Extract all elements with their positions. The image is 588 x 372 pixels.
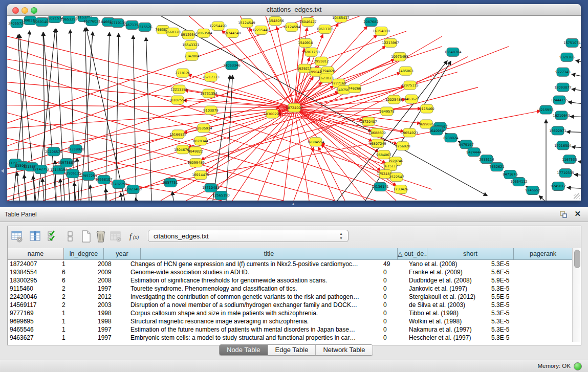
graph-edge[interactable] <box>574 174 581 175</box>
graph-node[interactable]: 17957253 <box>80 172 97 181</box>
graph-edge[interactable] <box>568 102 581 103</box>
table-cell[interactable]: 9463627 <box>8 334 60 342</box>
graph-node[interactable]: 18107554 <box>169 96 186 104</box>
table-cell[interactable]: Genome-wide association studies in ADHD. <box>128 268 381 276</box>
tab-network-table[interactable]: Network Table <box>316 345 372 355</box>
graph-node[interactable]: 18731354 <box>200 89 217 98</box>
graph-node[interactable]: 9660128 <box>165 28 180 36</box>
table-cell[interactable]: 1 <box>60 260 96 268</box>
graph-edge[interactable] <box>570 117 581 117</box>
table-row[interactable]: 1830029562008Estimation of significance … <box>8 276 573 285</box>
graph-node[interactable]: 10025488 <box>385 95 403 104</box>
graph-node[interactable]: 9245652 <box>525 186 540 195</box>
table-cell[interactable]: Wolkin et al. (1998) <box>407 317 489 325</box>
graph-node[interactable]: 16210643 <box>553 111 570 120</box>
graph-node[interactable]: 10688609 <box>368 128 386 137</box>
graph-edge[interactable] <box>580 47 581 48</box>
graph-edge[interactable] <box>7 36 294 108</box>
graph-node[interactable]: 8215955 <box>538 105 553 114</box>
table-cell[interactable]: 2008 <box>96 260 128 268</box>
table-cell[interactable]: 9115460 <box>8 285 60 293</box>
table-cell[interactable]: 0 <box>381 317 407 325</box>
graph-edge[interactable] <box>294 108 421 109</box>
table-cell[interactable]: 0 <box>381 301 407 309</box>
delete-table-icon[interactable] <box>95 230 107 243</box>
table-cell[interactable]: 2 <box>60 285 96 293</box>
table-cell[interactable]: 49 <box>381 260 407 268</box>
table-cell[interactable]: 1 <box>60 317 96 325</box>
graph-node[interactable]: 1540910 <box>298 38 313 47</box>
memory-status-led[interactable] <box>574 362 582 370</box>
table-row[interactable]: 977716911998Corpus callosum shape and si… <box>8 309 573 317</box>
network-canvas[interactable]: 1872400718300295193845542206350412254490… <box>7 16 581 201</box>
graph-node[interactable]: 9329366 <box>559 53 574 61</box>
column-header-year[interactable]: year <box>104 248 141 260</box>
table-cell[interactable]: Stergiakouli et al. (2012) <box>407 293 489 301</box>
table-cell[interactable]: Disruption of a novel member of a sodium… <box>128 301 381 309</box>
table-cell[interactable]: 14569117 <box>8 301 60 309</box>
table-cell[interactable]: 1998 <box>96 309 128 317</box>
graph-node[interactable]: 16543321 <box>182 40 200 49</box>
graph-node[interactable]: 746266 <box>348 84 361 93</box>
table-settings-icon[interactable] <box>11 230 23 243</box>
rows-icon[interactable] <box>64 230 76 243</box>
table-vertical-scrollbar[interactable] <box>572 248 581 342</box>
table-cell[interactable]: Yano et al. (2008) <box>407 260 489 268</box>
graph-node[interactable]: 26717123 <box>202 73 220 81</box>
graph-node[interactable]: 2342004 <box>184 52 199 60</box>
graph-node[interactable]: 12565190 <box>212 191 230 200</box>
graph-edge[interactable] <box>207 108 294 201</box>
graph-node[interactable]: 8938924 <box>443 134 458 142</box>
table-row[interactable]: 1872400712008Changes of HCN gene express… <box>8 260 573 268</box>
new-table-icon[interactable] <box>80 230 92 243</box>
graph-edge[interactable] <box>572 147 581 147</box>
column-header-short[interactable]: short <box>427 248 514 260</box>
graph-node[interactable]: 19654923 <box>401 128 418 137</box>
table-cell[interactable]: Embryonic stem cells: a model to study s… <box>128 334 381 342</box>
graph-node[interactable]: 7955812 <box>314 57 329 65</box>
close-panel-icon[interactable]: ✕ <box>574 210 581 218</box>
graph-node[interactable]: 8878344 <box>193 137 208 145</box>
table-cell[interactable]: 0 <box>381 325 407 334</box>
graph-node[interactable]: 12975115 <box>401 81 419 90</box>
table-cell[interactable]: 1 <box>60 334 96 342</box>
graph-node[interactable]: 16648784 <box>444 48 462 56</box>
window-resize-grip[interactable] <box>574 193 580 200</box>
table-cell[interactable]: 0 <box>381 276 407 285</box>
graph-node[interactable]: 12505135 <box>64 169 81 178</box>
graph-node[interactable]: 12124594 <box>283 23 300 31</box>
table-cell[interactable]: 9699695 <box>8 317 60 325</box>
table-cell[interactable]: 0 <box>381 334 407 342</box>
table-row[interactable]: 969969511998Structural magnetic resonanc… <box>8 317 573 325</box>
graph-node[interactable]: 9756928 <box>395 142 410 150</box>
table-row[interactable]: 946554611997Estimation of the future num… <box>8 325 573 334</box>
graph-node[interactable]: 7515526 <box>137 23 152 31</box>
graph-node[interactable]: 18724007 <box>286 103 303 112</box>
graph-edge[interactable] <box>60 179 61 201</box>
graph-node[interactable]: 8912954 <box>181 30 195 39</box>
table-row[interactable]: 1938455462009Genome-wide association stu… <box>8 268 573 276</box>
graph-node[interactable]: 2087682 <box>363 17 378 26</box>
table-cell[interactable]: 5.3E-5 <box>489 317 544 325</box>
graph-node[interactable]: 12213385 <box>170 85 188 94</box>
table-cell[interactable]: de Silva et al. (2003) <box>407 301 489 309</box>
graph-node[interactable]: 15751074 <box>563 38 581 47</box>
column-header-out_de[interactable]: △ out_de… <box>398 248 427 260</box>
table-cell[interactable]: Estimation of significance thresholds fo… <box>128 276 381 285</box>
graph-node[interactable]: 11548056 <box>267 16 284 25</box>
graph-node[interactable]: 7485063 <box>398 67 413 75</box>
table-cell[interactable]: 5.3E-5 <box>489 285 544 293</box>
graph-node[interactable]: 2718126 <box>175 69 190 77</box>
graph-node[interactable]: 15710485 <box>202 184 220 192</box>
graph-node[interactable]: 12254490 <box>209 21 227 30</box>
table-cell[interactable]: 5.3E-5 <box>489 325 544 334</box>
table-row[interactable]: 911546021997Tourette syndrome. Phenomeno… <box>8 285 573 293</box>
column-header-in_degree[interactable]: in_degree <box>64 248 104 260</box>
table-cell[interactable]: 18300295 <box>8 276 60 285</box>
graph-edge[interactable] <box>294 108 309 201</box>
tab-node-table[interactable]: Node Table <box>220 345 268 355</box>
graph-node[interactable]: 17710335 <box>557 169 574 178</box>
table-cell[interactable]: 6 <box>60 276 96 285</box>
desktop-scroll-left-icon[interactable] <box>1 169 4 173</box>
graph-edge[interactable] <box>38 29 55 201</box>
